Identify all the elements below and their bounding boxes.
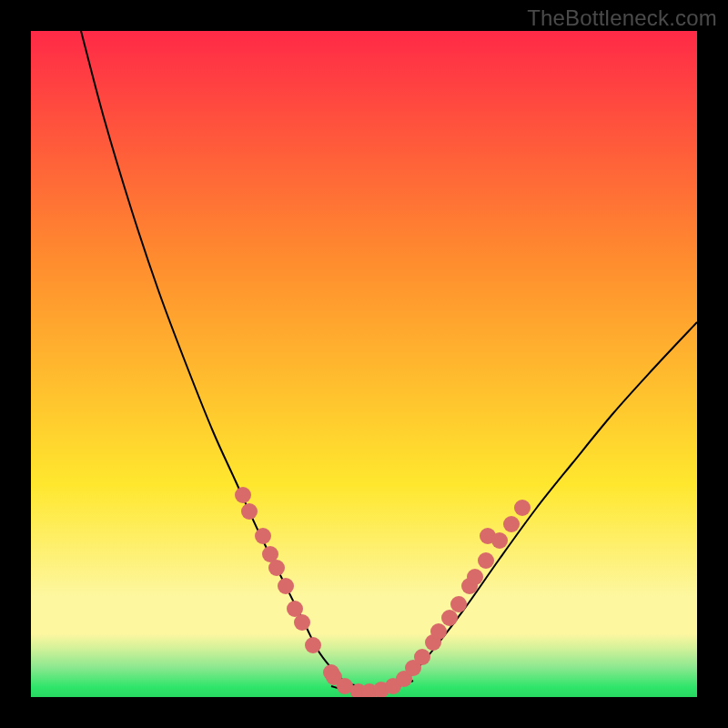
plot-frame [31, 31, 697, 697]
marker-point [467, 569, 483, 585]
marker-point [441, 610, 458, 626]
watermark-text: TheBottleneck.com [527, 5, 717, 31]
marker-point [268, 560, 285, 576]
marker-point [278, 578, 294, 594]
left-curve [81, 31, 359, 686]
marker-point [414, 649, 430, 665]
marker-point [450, 596, 467, 612]
marker-point [241, 503, 258, 520]
marker-point [430, 623, 447, 640]
marker-point [305, 637, 321, 653]
marker-point [255, 528, 271, 544]
highlight-markers [235, 487, 531, 697]
marker-point [478, 552, 494, 569]
marker-point [491, 532, 508, 549]
marker-point [514, 500, 531, 516]
plot-svg [31, 31, 697, 697]
marker-point [503, 516, 520, 532]
marker-point [235, 487, 251, 503]
marker-point [294, 614, 310, 631]
